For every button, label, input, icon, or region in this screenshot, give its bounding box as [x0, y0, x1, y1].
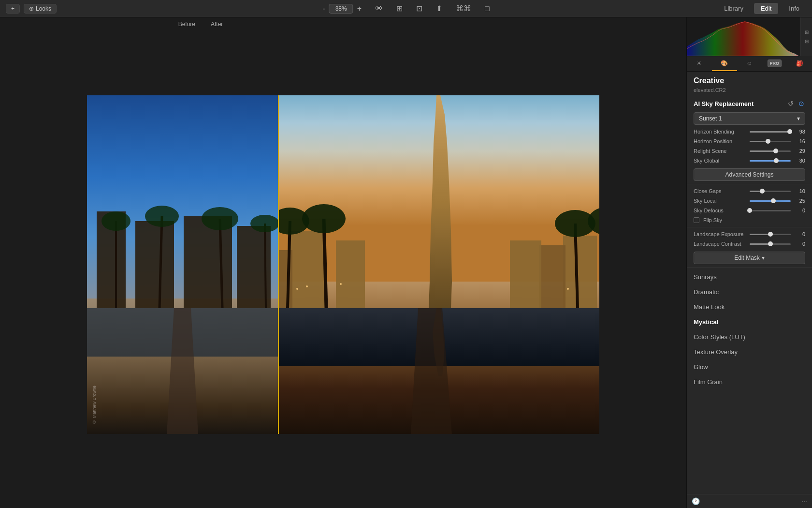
bag-tab[interactable]: 🎒: [787, 56, 812, 71]
sun-tab-icon: ☀: [696, 60, 702, 67]
creative-tab[interactable]: 🎨: [712, 56, 737, 71]
looks-icon: ⊕: [29, 5, 34, 12]
horizon-blending-thumb[interactable]: [787, 129, 792, 134]
histogram-chart: [687, 17, 812, 56]
after-label: After: [203, 21, 229, 28]
relight-scene-row: Relight Scene 29: [687, 146, 812, 156]
before-after-labels: Before After: [0, 17, 686, 31]
sky-dropdown-arrow: ▾: [797, 115, 800, 122]
pro-tab[interactable]: PRO: [762, 56, 787, 71]
sky-global-track[interactable]: [750, 160, 791, 162]
relight-scene-label: Relight Scene: [694, 148, 747, 154]
horizon-position-value: -16: [794, 138, 805, 144]
more-options-icon[interactable]: ···: [801, 497, 807, 505]
svg-point-29: [302, 204, 346, 233]
creative-item-film_grain[interactable]: Film Grain: [687, 374, 812, 389]
close-gaps-track[interactable]: [750, 191, 791, 192]
before-label: Before: [0, 21, 203, 28]
landscape-contrast-track[interactable]: [750, 243, 791, 245]
creative-item-dramatic[interactable]: Dramatic: [687, 284, 812, 299]
sky-local-track[interactable]: [750, 200, 791, 202]
landscape-exposure-fill: [750, 234, 770, 235]
after-photo: [278, 95, 599, 434]
sky-replacement-title: AI Sky Replacement: [694, 100, 754, 107]
creative-item-texture_overlay[interactable]: Texture Overlay: [687, 344, 812, 359]
zoom-minus-button[interactable]: -: [319, 3, 328, 14]
window-button[interactable]: □: [482, 3, 493, 14]
crop-button[interactable]: ⊡: [413, 3, 425, 14]
horizon-blending-track[interactable]: [750, 131, 791, 133]
topbar-center: - 38% + 👁 ⊞ ⊡ ⬆ ⌘⌘ □: [319, 3, 492, 14]
edit-tab[interactable]: Edit: [754, 3, 778, 14]
relight-scene-track[interactable]: [750, 150, 791, 152]
landscape-exposure-track[interactable]: [750, 234, 791, 235]
panel-content: Creative elevated.CR2 AI Sky Replacement…: [687, 72, 812, 494]
reset-sky-button[interactable]: ↺: [787, 100, 795, 107]
history-icon[interactable]: 🕐: [692, 497, 700, 505]
sun-tab[interactable]: ☀: [687, 56, 712, 71]
creative-item-glow[interactable]: Glow: [687, 359, 812, 374]
svg-rect-23: [563, 236, 597, 308]
after-scene-svg: [278, 95, 599, 434]
horizon-position-track[interactable]: [750, 141, 791, 142]
divider-3: [687, 267, 812, 268]
edit-mask-label: Edit Mask: [734, 254, 760, 261]
landscape-exposure-thumb[interactable]: [768, 232, 773, 237]
info-tab[interactable]: Info: [782, 3, 806, 14]
split-divider[interactable]: [278, 95, 279, 434]
flip-sky-label: Flip Sky: [703, 217, 722, 223]
layers-icon[interactable]: ⊞: [805, 30, 809, 35]
view-button[interactable]: 👁: [372, 3, 386, 14]
creative-item-color_styles[interactable]: Color Styles (LUT): [687, 329, 812, 344]
svg-rect-25: [510, 240, 541, 308]
edit-mask-button[interactable]: Edit Mask ▾: [694, 252, 805, 264]
portrait-tab[interactable]: ☺: [737, 56, 762, 71]
svg-point-40: [567, 288, 569, 290]
zoom-plus-button[interactable]: +: [354, 3, 364, 14]
sky-local-fill: [750, 200, 773, 202]
panel-bottom-icons: 🕐 ···: [687, 494, 812, 508]
zoom-control: - 38% +: [319, 3, 364, 14]
flip-sky-row[interactable]: Flip Sky: [687, 215, 812, 225]
panel-tabs: ☀ 🎨 ☺ PRO 🎒: [687, 56, 812, 72]
horizon-blending-row: Horizon Blending 98: [687, 127, 812, 136]
horizon-blending-label: Horizon Blending: [694, 129, 747, 134]
main-area: Before After: [0, 17, 812, 508]
creative-item-matte_look[interactable]: Matte Look: [687, 299, 812, 314]
divider-1: [687, 184, 812, 184]
photo-container[interactable]: © Matthew Browne: [10, 31, 677, 498]
keyboard-shortcut-button[interactable]: ⌘⌘: [453, 3, 474, 14]
svg-rect-20: [288, 231, 326, 308]
flip-sky-checkbox[interactable]: [694, 217, 699, 223]
sky-selector[interactable]: Sunset 1 ▾: [694, 112, 805, 125]
sky-global-thumb[interactable]: [774, 158, 779, 163]
library-tab[interactable]: Library: [717, 3, 750, 14]
section-title: Creative: [687, 72, 812, 86]
creative-item-sunrays[interactable]: Sunrays: [687, 269, 812, 284]
relight-scene-thumb[interactable]: [773, 149, 778, 153]
advanced-settings-button[interactable]: Advanced Settings: [694, 168, 805, 181]
export-button[interactable]: ⬆: [433, 3, 445, 14]
toggle-sky-button[interactable]: ⊙: [798, 100, 805, 107]
svg-point-37: [296, 288, 298, 290]
histogram-settings-icon[interactable]: ⊟: [805, 39, 809, 44]
close-gaps-thumb[interactable]: [760, 189, 765, 194]
landscape-contrast-thumb[interactable]: [768, 241, 773, 246]
sky-defocus-thumb[interactable]: [747, 208, 752, 213]
sky-defocus-track[interactable]: [750, 210, 791, 211]
sky-local-thumb[interactable]: [771, 198, 776, 203]
horizon-position-thumb[interactable]: [766, 139, 770, 144]
svg-point-7: [102, 211, 130, 231]
sky-replacement-controls: ↺ ⊙: [787, 100, 805, 107]
close-gaps-row: Close Gaps 10: [687, 186, 812, 196]
compare-button[interactable]: ⊞: [393, 3, 406, 14]
horizon-blending-value: 98: [794, 129, 805, 134]
looks-button[interactable]: ⊕ Looks: [24, 4, 57, 14]
svg-rect-4: [184, 216, 232, 308]
creative-item-mystical[interactable]: Mystical: [687, 314, 812, 329]
landscape-exposure-label: Landscape Exposure: [694, 231, 747, 237]
svg-rect-3: [135, 221, 174, 308]
zoom-value: 38%: [329, 4, 353, 14]
svg-line-12: [265, 224, 266, 308]
add-button[interactable]: +: [6, 4, 20, 14]
